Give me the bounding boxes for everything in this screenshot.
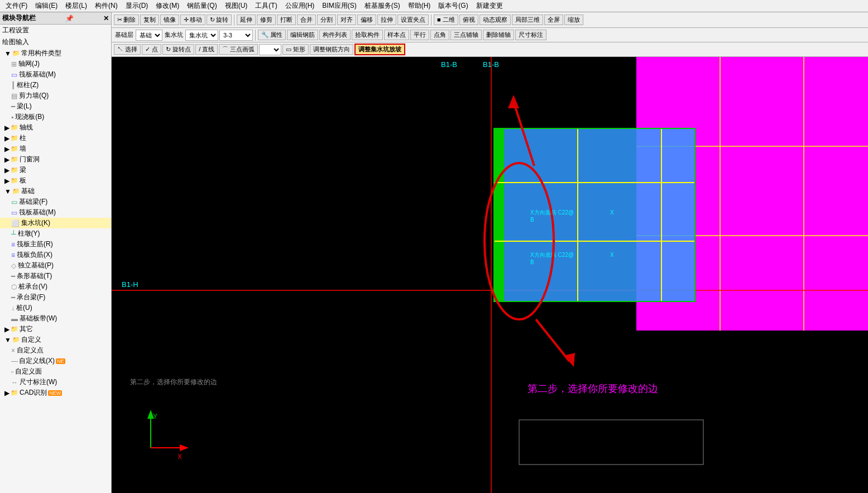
code-select[interactable]: 3-3 bbox=[219, 30, 253, 41]
sidebar-item-foundbeam[interactable]: ▭基础梁(F) bbox=[0, 197, 111, 207]
sidebar-item-raftneg[interactable]: ≡筏板负筋(X) bbox=[0, 250, 111, 260]
sidebar-group-foundation[interactable]: ▼ 📁 基础 bbox=[0, 186, 111, 197]
menu-floor[interactable]: 楼层(L) bbox=[62, 1, 90, 11]
sidebar-item-foundband[interactable]: ▬基础板带(W) bbox=[0, 313, 111, 324]
sidebar-group-wall[interactable]: ▶ 📁 墙 bbox=[0, 143, 111, 154]
sidebar-group-custom[interactable]: ▼ 📁 自定义 bbox=[0, 334, 111, 345]
btn-dynamic-view[interactable]: 动态观察 bbox=[479, 15, 511, 25]
btn-setgrip[interactable]: 设置夹点 bbox=[397, 15, 429, 25]
sidebar-item-indepfound[interactable]: ◇独立基础(P) bbox=[0, 260, 111, 271]
menu-pile[interactable]: 桩基服务(S) bbox=[361, 1, 404, 11]
sidebar-pin-icon[interactable]: 📌 bbox=[65, 15, 74, 22]
sidebar-project-settings[interactable]: 工程设置 bbox=[0, 25, 111, 36]
sidebar-item-custompoint[interactable]: ×自定义点 bbox=[0, 345, 111, 356]
btn-split[interactable]: 分割 bbox=[317, 15, 336, 25]
sidebar-item-beam[interactable]: ━梁(L) bbox=[0, 101, 111, 112]
sidebar-item-axis[interactable]: ⊞轴网(J) bbox=[0, 59, 111, 69]
sidebar-item-pit[interactable]: ⬜集水坑(K) bbox=[0, 218, 111, 228]
menu-modify[interactable]: 修改(M) bbox=[152, 1, 183, 11]
btn-element-list[interactable]: 构件列表 bbox=[319, 30, 351, 40]
main-canvas: B1-B B1-B B1-H X方向面筋 C22@ B X X方向底筋 C22@… bbox=[112, 57, 868, 493]
btn-3ptarc[interactable]: ⌒ 三点画弧 bbox=[219, 44, 258, 55]
menu-view[interactable]: 视图(U) bbox=[222, 1, 251, 11]
menu-tools[interactable]: 工具(T) bbox=[252, 1, 280, 11]
btn-rect[interactable]: ▭ 矩形 bbox=[282, 44, 309, 55]
sidebar-group-cad[interactable]: ▶ 📁 CAD识别 NEW bbox=[0, 387, 111, 398]
sidebar-item-capbeam[interactable]: ━承台梁(F) bbox=[0, 292, 111, 303]
menu-element[interactable]: 构件(N) bbox=[92, 1, 121, 11]
raft-icon: ▭ bbox=[11, 71, 17, 79]
sidebar-item-shearwall[interactable]: ▤剪力墙(Q) bbox=[0, 90, 111, 101]
sidebar-item-raft[interactable]: ▭筏板基础(M) bbox=[0, 69, 111, 80]
sidebar-item-pilecap[interactable]: ⬡桩承台(V) bbox=[0, 281, 111, 292]
sidebar-group-opening[interactable]: ▶ 📁 门窗洞 bbox=[0, 154, 111, 165]
btn-property[interactable]: 🔧属性 bbox=[258, 30, 286, 40]
sidebar-item-raftfound[interactable]: ▭筏板基础(M) bbox=[0, 207, 111, 218]
btn-rotate[interactable]: ↻旋转 bbox=[207, 15, 232, 25]
btn-mirror[interactable]: 镜像 bbox=[160, 15, 179, 25]
menu-app[interactable]: 公应用(H) bbox=[282, 1, 318, 11]
btn-sample[interactable]: 样本点 bbox=[384, 30, 409, 40]
sidebar-group-slab[interactable]: ▶ 📁 板 bbox=[0, 175, 111, 186]
btn-parallel[interactable]: 平行 bbox=[410, 30, 429, 40]
layer-select[interactable]: 基础 bbox=[136, 30, 162, 41]
btn-move[interactable]: ✛移动 bbox=[180, 15, 205, 25]
menu-newchange[interactable]: 新建变更 bbox=[473, 1, 506, 11]
btn-2d[interactable]: ■ 二维 bbox=[434, 15, 458, 25]
menu-bim[interactable]: BIM应用(S) bbox=[319, 1, 359, 11]
chevron-right-icon: ▶ bbox=[4, 124, 9, 132]
btn-zoomout[interactable]: 缩放 bbox=[564, 15, 583, 25]
btn-3pt-aux[interactable]: 三点辅轴 bbox=[450, 30, 482, 40]
btn-local3d[interactable]: 局部三维 bbox=[512, 15, 543, 25]
sidebar-group-beam[interactable]: ▶ 📁 梁 bbox=[0, 165, 111, 175]
type-select[interactable]: 集水坑 bbox=[185, 30, 218, 41]
sidebar-item-raftmain[interactable]: ≡筏板主筋(R) bbox=[0, 239, 111, 250]
btn-offset[interactable]: 偏移 bbox=[357, 15, 376, 25]
svg-text:X: X bbox=[178, 453, 182, 461]
btn-merge[interactable]: 合并 bbox=[297, 15, 316, 25]
sidebar-group-col[interactable]: ▶ 📁 柱 bbox=[0, 133, 111, 143]
menu-edit[interactable]: 编辑(E) bbox=[32, 1, 61, 11]
menu-help[interactable]: 帮助(H) bbox=[405, 1, 434, 11]
btn-fullscreen[interactable]: 全屏 bbox=[544, 15, 563, 25]
btn-top-view[interactable]: 俯视 bbox=[459, 15, 478, 25]
column-icon: ┃ bbox=[11, 82, 15, 89]
btn-extend[interactable]: 延伸 bbox=[237, 15, 256, 25]
chevron-right-icon-4: ▶ bbox=[4, 156, 9, 164]
sidebar-group-other[interactable]: ▶ 📁 其它 bbox=[0, 324, 111, 334]
btn-edit-rebar[interactable]: 编辑钢筋 bbox=[287, 30, 318, 40]
menu-display[interactable]: 显示(D) bbox=[122, 1, 152, 11]
btn-adjust-pit-slope[interactable]: 调整集水坑放坡 bbox=[354, 44, 405, 55]
sidebar-item-capstone[interactable]: ┴柱墩(Y) bbox=[0, 228, 111, 239]
sidebar-item-dimension[interactable]: ↔尺寸标注(W) bbox=[0, 377, 111, 387]
btn-stretch[interactable]: 拉伸 bbox=[377, 15, 396, 25]
btn-rotpoint[interactable]: ↻ 旋转点 bbox=[162, 44, 194, 55]
menu-rebar[interactable]: 钢筋量(Q) bbox=[184, 1, 220, 11]
sidebar-item-pile[interactable]: ↓桩(U) bbox=[0, 303, 111, 313]
draw-select[interactable] bbox=[259, 44, 281, 55]
btn-break[interactable]: 打断 bbox=[277, 15, 296, 25]
btn-trim[interactable]: 修剪 bbox=[257, 15, 276, 25]
menu-file[interactable]: 文件(F) bbox=[2, 1, 31, 11]
sidebar-item-customarea[interactable]: ▫自定义面 bbox=[0, 366, 111, 377]
btn-pick[interactable]: 拾取构件 bbox=[352, 30, 383, 40]
btn-delete[interactable]: ✂删除 bbox=[114, 15, 139, 25]
sidebar-item-column[interactable]: ┃框柱(Z) bbox=[0, 80, 111, 90]
btn-point[interactable]: ✓ 点 bbox=[142, 44, 161, 55]
btn-dimension[interactable]: 尺寸标注 bbox=[515, 30, 546, 40]
sidebar-group-common[interactable]: ▼ 📁 常用构件类型 bbox=[0, 48, 111, 59]
btn-align[interactable]: 对齐 bbox=[337, 15, 356, 25]
btn-del-aux[interactable]: 删除辅轴 bbox=[483, 30, 514, 40]
sidebar-close-icon[interactable]: ✕ bbox=[103, 15, 109, 22]
sidebar-item-customline[interactable]: — 自定义线(X) NE bbox=[0, 356, 111, 366]
btn-copy[interactable]: 复制 bbox=[140, 15, 159, 25]
sidebar-item-stripfound[interactable]: ━条形基础(T) bbox=[0, 271, 111, 281]
menu-version[interactable]: 版本号(G) bbox=[435, 1, 471, 11]
btn-line[interactable]: / 直线 bbox=[195, 44, 218, 55]
sidebar-draw-input[interactable]: 绘图输入 bbox=[0, 36, 111, 48]
btn-angle[interactable]: 点角 bbox=[430, 30, 449, 40]
btn-adjust-rebar-dir[interactable]: 调整钢筋方向 bbox=[310, 44, 353, 55]
sidebar-item-castslab[interactable]: ▪现浇板(B) bbox=[0, 112, 111, 122]
btn-select[interactable]: ↖ 选择 bbox=[114, 44, 141, 55]
sidebar-group-axis[interactable]: ▶ 📁 轴线 bbox=[0, 122, 111, 133]
